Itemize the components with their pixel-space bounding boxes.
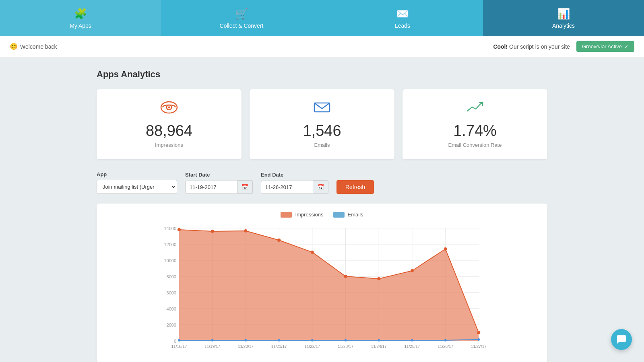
end-date-calendar-btn[interactable]: 📅 — [313, 180, 328, 194]
end-date-input[interactable] — [261, 181, 313, 194]
nav-my-apps[interactable]: 🧩 My Apps — [0, 0, 161, 36]
x-label-7: 11/25/17 — [404, 344, 420, 349]
welcome-section: 😊 Welcome back — [10, 43, 57, 50]
main-content: Apps Analytics 88,964 Impressions — [80, 57, 564, 362]
refresh-button[interactable]: Refresh — [336, 180, 374, 194]
svg-point-2 — [168, 107, 170, 109]
groovejar-badge: GrooveJar Active ✓ — [576, 41, 634, 52]
x-label-3: 11/21/17 — [271, 344, 287, 349]
script-message: Our script is on your site — [509, 43, 570, 50]
start-date-wrap: 📅 — [185, 180, 253, 194]
x-label-9: 11/27/17 — [471, 344, 487, 349]
start-date-calendar-btn[interactable]: 📅 — [237, 180, 253, 194]
svg-text:2000: 2000 — [167, 323, 176, 327]
nav-analytics-label: Analytics — [552, 23, 575, 29]
chart-legend: Impressions Emails — [105, 212, 539, 218]
x-label-4: 11/22/17 — [304, 344, 320, 349]
stat-card-conversion: 1.74% Email Conversion Rate — [402, 89, 547, 159]
emails-legend-label: Emails — [348, 212, 363, 218]
end-date-label: End Date — [261, 172, 328, 178]
badge-label: GrooveJar Active — [582, 43, 622, 49]
impressions-area — [179, 230, 479, 341]
page-title: Apps Analytics — [97, 69, 547, 80]
impressions-dot-2 — [244, 229, 247, 232]
nav-collect-convert[interactable]: 🛒 Collect & Convert — [161, 0, 322, 36]
leads-icon: ✉️ — [396, 8, 409, 20]
emails-dot-2 — [244, 339, 247, 341]
impressions-legend-label: Impressions — [295, 212, 323, 218]
impressions-dot-9 — [477, 331, 480, 334]
stat-card-emails: 1,546 Emails — [250, 89, 394, 159]
nav-collect-convert-label: Collect & Convert — [220, 23, 264, 29]
svg-text:6000: 6000 — [167, 290, 176, 295]
impressions-label: Impressions — [106, 142, 232, 148]
app-select[interactable]: Join mailing list (Urger — [97, 180, 177, 194]
top-nav: 🧩 My Apps 🛒 Collect & Convert ✉️ Leads 📊… — [0, 0, 644, 36]
emails-dot-3 — [278, 339, 280, 341]
impressions-value: 88,964 — [106, 122, 232, 140]
emails-label: Emails — [259, 142, 385, 148]
analytics-icon: 📊 — [557, 8, 570, 20]
emails-dot-5 — [345, 339, 347, 341]
impressions-dot-3 — [277, 239, 281, 242]
my-apps-icon: 🧩 — [74, 8, 87, 20]
stat-card-impressions: 88,964 Impressions — [97, 89, 242, 159]
x-label-8: 11/26/17 — [438, 344, 453, 349]
conversion-label: Email Conversion Rate — [412, 142, 538, 148]
x-label-6: 11/24/17 — [371, 344, 387, 349]
x-label-2: 11/20/17 — [238, 344, 254, 349]
start-date-label: Start Date — [185, 172, 253, 178]
emails-dot-8 — [444, 339, 447, 341]
impressions-dot-6 — [377, 277, 380, 280]
legend-emails: Emails — [333, 212, 363, 218]
collect-convert-icon: 🛒 — [235, 8, 248, 20]
impressions-dot-0 — [178, 228, 181, 231]
end-date-wrap: 📅 — [261, 180, 328, 194]
nav-leads-label: Leads — [395, 23, 410, 29]
start-date-group: Start Date 📅 — [185, 172, 253, 194]
chat-icon — [616, 334, 627, 345]
impressions-swatch — [281, 212, 292, 218]
chart-container: Impressions Emails 0 2000 4000 6000 8000 — [97, 204, 547, 362]
emails-dot-6 — [378, 339, 380, 341]
app-filter-label: App — [97, 171, 177, 177]
impressions-dot-7 — [411, 269, 414, 272]
emails-dot-4 — [311, 339, 314, 341]
svg-text:8000: 8000 — [167, 274, 176, 279]
chart-svg-wrap: 0 2000 4000 6000 8000 10000 12000 14000 — [105, 224, 539, 354]
emails-value: 1,546 — [259, 122, 385, 140]
emails-swatch — [333, 212, 345, 218]
start-date-input[interactable] — [185, 181, 237, 194]
welcome-icon: 😊 — [10, 43, 18, 50]
badge-check-icon: ✓ — [624, 43, 629, 49]
conversion-icon — [412, 101, 538, 117]
end-date-group: End Date 📅 — [261, 172, 328, 194]
x-label-0: 11/18/17 — [171, 344, 187, 349]
stats-row: 88,964 Impressions 1,546 Emails 1.74% — [97, 89, 547, 159]
welcome-text: Welcome back — [20, 43, 57, 50]
impressions-icon — [106, 101, 232, 117]
chat-bubble[interactable] — [611, 329, 632, 350]
emails-dot-9 — [477, 338, 480, 341]
emails-icon — [259, 101, 385, 117]
x-label-5: 11/23/17 — [338, 344, 353, 349]
impressions-dot-1 — [211, 230, 214, 233]
svg-text:0: 0 — [174, 339, 176, 343]
nav-analytics[interactable]: 📊 Analytics — [483, 0, 644, 36]
svg-text:12000: 12000 — [164, 242, 176, 247]
emails-dot-7 — [411, 339, 413, 341]
impressions-dot-5 — [344, 275, 347, 278]
svg-text:14000: 14000 — [164, 226, 176, 231]
emails-dot-0 — [178, 339, 180, 341]
app-filter-group: App Join mailing list (Urger — [97, 171, 177, 194]
script-status: Cool! Our script is on your site — [493, 43, 570, 50]
filters-row: App Join mailing list (Urger Start Date … — [97, 171, 547, 194]
emails-dot-1 — [211, 339, 214, 341]
svg-text:10000: 10000 — [164, 258, 176, 263]
analytics-chart-svg: 0 2000 4000 6000 8000 10000 12000 14000 — [105, 224, 539, 353]
x-label-1: 11/19/17 — [204, 344, 220, 349]
svg-text:4000: 4000 — [167, 306, 176, 311]
impressions-dot-8 — [444, 247, 447, 251]
conversion-value: 1.74% — [412, 122, 538, 140]
nav-leads[interactable]: ✉️ Leads — [322, 0, 483, 36]
